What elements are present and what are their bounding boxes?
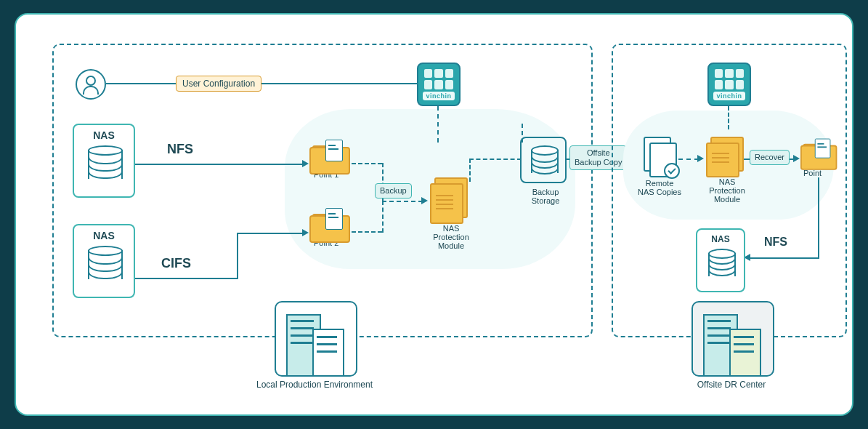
protection-module-offsite: NAS Protection Module	[705, 137, 750, 204]
user-config-label: User Configuration	[176, 76, 261, 92]
remote-copies-label: Remote NAS Copies	[636, 179, 683, 196]
conn-mount-nas-h	[750, 257, 819, 259]
nas2-label: NAS	[93, 230, 115, 241]
conn-nas2-h	[135, 278, 237, 279]
dash-vin-cloud-l	[437, 106, 439, 143]
dash-m2-v	[382, 201, 384, 233]
storage-icon	[520, 137, 567, 183]
vinchin-offsite-icon: vinchin	[707, 63, 751, 106]
conn-nas2-v	[237, 233, 238, 279]
arrow-nas2-mount2	[302, 229, 309, 236]
dash-pm-up	[469, 159, 471, 182]
dash-vin-off	[728, 106, 729, 129]
nas2-cylinder-icon	[88, 246, 120, 281]
dash-join-h	[382, 201, 423, 202]
backup-label: Backup	[375, 183, 412, 199]
remote-copies: Remote NAS Copies	[636, 137, 683, 196]
mount-offsite: Mount Point	[800, 143, 841, 177]
mount1: Mount Point 1	[309, 144, 353, 179]
offsite-nfs-label: NFS	[764, 236, 787, 249]
nas1-label: NAS	[93, 129, 115, 141]
folder-icon	[309, 212, 347, 243]
vinchin-local-label: vinchin	[423, 92, 454, 100]
protection-module-icon	[429, 177, 466, 221]
cifs-label: CIFS	[161, 256, 191, 271]
protmod-local-label: NAS Protection Module	[429, 224, 474, 250]
recover-badge: Recover	[750, 150, 790, 165]
backup-storage-label: Backup Storage	[520, 188, 571, 205]
protmod-offsite-label: NAS Protection Module	[705, 177, 750, 204]
backup-badge: Backup	[375, 183, 412, 199]
folder-icon	[800, 143, 835, 170]
folder-icon	[309, 144, 347, 175]
local-env-title: Local Production Environment	[234, 380, 395, 390]
arrow-to-protmod	[421, 197, 428, 204]
mount2: Mount Point 2	[309, 212, 353, 247]
offsite-nas-label: NAS	[711, 234, 729, 244]
backup-storage: Backup Storage	[520, 137, 571, 205]
local-building	[275, 301, 357, 377]
copies-icon	[644, 137, 676, 175]
conn-nas2-h2	[237, 233, 304, 234]
protection-module-icon	[705, 137, 742, 175]
arrow-nas1-mount1	[302, 160, 309, 167]
offsite-nas-cyl-icon	[708, 249, 733, 278]
recover-label: Recover	[750, 150, 790, 165]
dash-m2-h	[352, 231, 382, 233]
conn-nas1-mount1	[135, 164, 304, 165]
vinchin-local-icon: vinchin	[417, 63, 461, 106]
offsite-building	[691, 301, 774, 377]
user-icon	[76, 69, 106, 100]
nfs-label: NFS	[167, 142, 193, 157]
offsite-nas-box: NAS	[696, 228, 745, 292]
vinchin-offsite-label: vinchin	[713, 92, 745, 100]
offsite-env-title: Offsite DR Center	[677, 380, 786, 390]
dash-copies-pm	[678, 159, 699, 160]
arrow-pm-mount	[793, 155, 800, 162]
dash-pm-store	[469, 159, 522, 160]
nas2-box: NAS	[73, 224, 135, 298]
arrow-copies-pm	[697, 155, 704, 162]
nas1-cylinder-icon	[88, 145, 120, 180]
user-config-badge: User Configuration	[176, 76, 261, 92]
dash-m1-h	[352, 163, 382, 164]
protection-module-local: NAS Protection Module	[429, 177, 474, 250]
conn-mount-nas-v	[818, 177, 819, 257]
nas1-box: NAS	[73, 124, 135, 198]
